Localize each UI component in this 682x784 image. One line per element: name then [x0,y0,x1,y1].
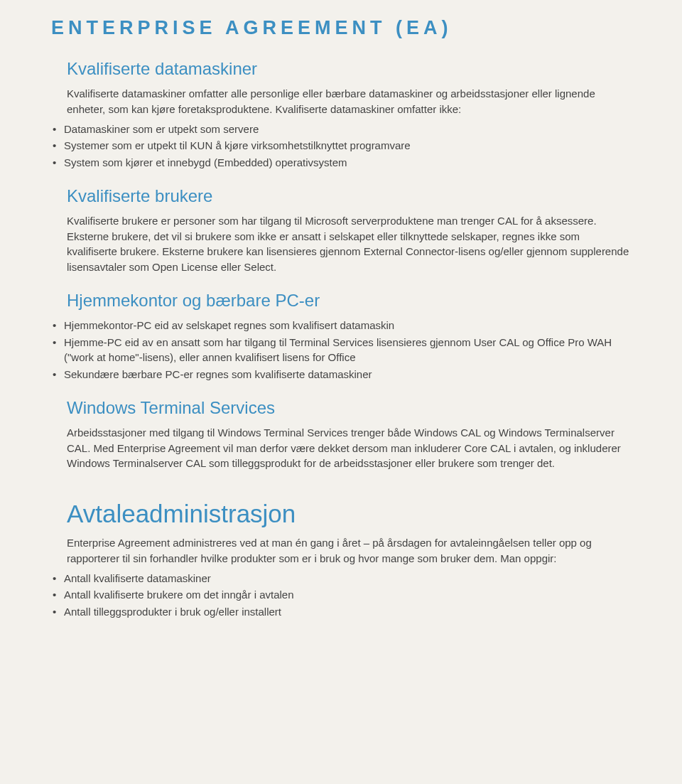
heading-windows-terminal-services: Windows Terminal Services [51,398,631,418]
list-item: Systemer som er utpekt til KUN å kjøre v… [51,138,631,154]
list-item: Antall tilleggsprodukter i bruk og/eller… [51,604,631,620]
list-item: Hjemme-PC eid av en ansatt som har tilga… [51,335,631,366]
heading-kvalifiserte-datamaskiner: Kvalifiserte datamaskiner [51,59,631,79]
list-item: Antall kvalifiserte brukere om det inngå… [51,587,631,603]
section5-bullets: Antall kvalifiserte datamaskiner Antall … [51,571,631,620]
section5-paragraph: Enterprise Agreement administreres ved a… [51,535,631,566]
list-item: Sekundære bærbare PC-er regnes som kvali… [51,367,631,382]
list-item: Hjemmekontor-PC eid av selskapet regnes … [51,318,631,333]
heading-kvalifiserte-brukere: Kvalifiserte brukere [51,186,631,206]
section1-bullets: Datamaskiner som er utpekt som servere S… [51,122,631,171]
section4-paragraph: Arbeidsstasjoner med tilgang til Windows… [51,425,631,471]
heading-avtaleadministrasjon: Avtaleadministrasjon [51,500,631,528]
list-item: System som kjører et innebygd (Embedded)… [51,155,631,171]
section1-paragraph: Kvalifiserte datamaskiner omfatter alle … [51,86,631,117]
list-item: Datamaskiner som er utpekt som servere [51,122,631,137]
section2-paragraph: Kvalifiserte brukere er personer som har… [51,213,631,275]
section3-bullets: Hjemmekontor-PC eid av selskapet regnes … [51,318,631,382]
page-container: ENTERPRISE AGREEMENT (EA) Kvalifiserte d… [0,0,682,784]
page-title: ENTERPRISE AGREEMENT (EA) [51,17,631,39]
list-item: Antall kvalifiserte datamaskiner [51,571,631,586]
heading-hjemmekontor: Hjemmekontor og bærbare PC-er [51,291,631,311]
